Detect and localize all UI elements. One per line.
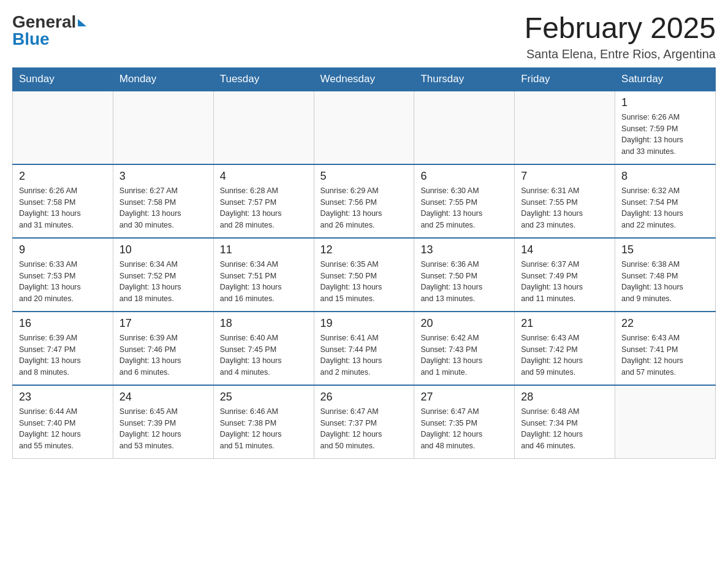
day-number: 10 xyxy=(119,243,207,256)
month-title: February 2025 xyxy=(525,12,716,45)
week-row-2: 2Sunrise: 6:26 AM Sunset: 7:58 PM Daylig… xyxy=(13,164,716,238)
calendar-cell: 10Sunrise: 6:34 AM Sunset: 7:52 PM Dayli… xyxy=(113,238,213,312)
calendar-cell: 6Sunrise: 6:30 AM Sunset: 7:55 PM Daylig… xyxy=(414,164,515,238)
week-row-5: 23Sunrise: 6:44 AM Sunset: 7:40 PM Dayli… xyxy=(13,385,716,459)
day-info: Sunrise: 6:40 AM Sunset: 7:45 PM Dayligh… xyxy=(220,332,308,378)
day-info: Sunrise: 6:36 AM Sunset: 7:50 PM Dayligh… xyxy=(420,259,508,305)
day-number: 14 xyxy=(521,243,609,256)
calendar-cell: 14Sunrise: 6:37 AM Sunset: 7:49 PM Dayli… xyxy=(515,238,615,312)
week-row-3: 9Sunrise: 6:33 AM Sunset: 7:53 PM Daylig… xyxy=(13,238,716,312)
day-number: 3 xyxy=(119,170,207,183)
day-info: Sunrise: 6:28 AM Sunset: 7:57 PM Dayligh… xyxy=(220,185,308,231)
weekday-header-row: SundayMondayTuesdayWednesdayThursdayFrid… xyxy=(13,67,716,91)
calendar-cell: 22Sunrise: 6:43 AM Sunset: 7:41 PM Dayli… xyxy=(615,312,716,385)
calendar-cell: 21Sunrise: 6:43 AM Sunset: 7:42 PM Dayli… xyxy=(515,312,615,385)
calendar-cell xyxy=(314,91,414,164)
day-number: 4 xyxy=(220,170,308,183)
day-info: Sunrise: 6:45 AM Sunset: 7:39 PM Dayligh… xyxy=(119,406,207,452)
day-number: 7 xyxy=(521,170,609,183)
calendar-cell: 3Sunrise: 6:27 AM Sunset: 7:58 PM Daylig… xyxy=(113,164,213,238)
day-info: Sunrise: 6:34 AM Sunset: 7:52 PM Dayligh… xyxy=(119,259,207,305)
day-info: Sunrise: 6:38 AM Sunset: 7:48 PM Dayligh… xyxy=(621,259,709,305)
calendar-cell: 26Sunrise: 6:47 AM Sunset: 7:37 PM Dayli… xyxy=(314,385,414,459)
calendar-cell: 9Sunrise: 6:33 AM Sunset: 7:53 PM Daylig… xyxy=(13,238,113,312)
day-number: 23 xyxy=(19,391,107,404)
calendar-cell: 27Sunrise: 6:47 AM Sunset: 7:35 PM Dayli… xyxy=(414,385,515,459)
day-info: Sunrise: 6:47 AM Sunset: 7:35 PM Dayligh… xyxy=(420,406,508,452)
day-info: Sunrise: 6:26 AM Sunset: 7:59 PM Dayligh… xyxy=(621,112,709,158)
calendar-cell: 11Sunrise: 6:34 AM Sunset: 7:51 PM Dayli… xyxy=(213,238,314,312)
day-number: 18 xyxy=(220,317,308,330)
day-info: Sunrise: 6:39 AM Sunset: 7:47 PM Dayligh… xyxy=(19,332,107,378)
calendar-cell: 20Sunrise: 6:42 AM Sunset: 7:43 PM Dayli… xyxy=(414,312,515,385)
day-info: Sunrise: 6:42 AM Sunset: 7:43 PM Dayligh… xyxy=(420,332,508,378)
calendar-cell: 25Sunrise: 6:46 AM Sunset: 7:38 PM Dayli… xyxy=(213,385,314,459)
day-number: 21 xyxy=(521,317,609,330)
calendar-cell xyxy=(113,91,213,164)
calendar-table: SundayMondayTuesdayWednesdayThursdayFrid… xyxy=(12,67,716,459)
title-section: February 2025 Santa Elena, Entre Rios, A… xyxy=(525,12,716,61)
day-number: 12 xyxy=(320,243,408,256)
day-info: Sunrise: 6:39 AM Sunset: 7:46 PM Dayligh… xyxy=(119,332,207,378)
day-number: 15 xyxy=(621,243,709,256)
day-info: Sunrise: 6:29 AM Sunset: 7:56 PM Dayligh… xyxy=(320,185,408,231)
day-info: Sunrise: 6:31 AM Sunset: 7:55 PM Dayligh… xyxy=(521,185,609,231)
weekday-header-friday: Friday xyxy=(515,67,615,91)
day-number: 13 xyxy=(420,243,508,256)
weekday-header-wednesday: Wednesday xyxy=(314,67,414,91)
day-number: 26 xyxy=(320,391,408,404)
logo-blue-text: Blue xyxy=(12,29,86,49)
day-info: Sunrise: 6:43 AM Sunset: 7:41 PM Dayligh… xyxy=(621,332,709,378)
day-info: Sunrise: 6:30 AM Sunset: 7:55 PM Dayligh… xyxy=(420,185,508,231)
day-info: Sunrise: 6:41 AM Sunset: 7:44 PM Dayligh… xyxy=(320,332,408,378)
day-number: 16 xyxy=(19,317,107,330)
day-number: 20 xyxy=(420,317,508,330)
day-info: Sunrise: 6:43 AM Sunset: 7:42 PM Dayligh… xyxy=(521,332,609,378)
day-info: Sunrise: 6:44 AM Sunset: 7:40 PM Dayligh… xyxy=(19,406,107,452)
calendar-cell xyxy=(13,91,113,164)
calendar-cell xyxy=(615,385,716,459)
calendar-cell: 8Sunrise: 6:32 AM Sunset: 7:54 PM Daylig… xyxy=(615,164,716,238)
page-header: General Blue February 2025 Santa Elena, … xyxy=(12,12,716,61)
week-row-1: 1Sunrise: 6:26 AM Sunset: 7:59 PM Daylig… xyxy=(13,91,716,164)
weekday-header-thursday: Thursday xyxy=(414,67,515,91)
calendar-cell: 1Sunrise: 6:26 AM Sunset: 7:59 PM Daylig… xyxy=(615,91,716,164)
calendar-cell: 4Sunrise: 6:28 AM Sunset: 7:57 PM Daylig… xyxy=(213,164,314,238)
calendar-cell: 7Sunrise: 6:31 AM Sunset: 7:55 PM Daylig… xyxy=(515,164,615,238)
day-number: 25 xyxy=(220,391,308,404)
day-number: 22 xyxy=(621,317,709,330)
day-info: Sunrise: 6:33 AM Sunset: 7:53 PM Dayligh… xyxy=(19,259,107,305)
day-number: 5 xyxy=(320,170,408,183)
calendar-cell: 12Sunrise: 6:35 AM Sunset: 7:50 PM Dayli… xyxy=(314,238,414,312)
calendar-cell: 28Sunrise: 6:48 AM Sunset: 7:34 PM Dayli… xyxy=(515,385,615,459)
day-number: 17 xyxy=(119,317,207,330)
weekday-header-sunday: Sunday xyxy=(13,67,113,91)
day-number: 19 xyxy=(320,317,408,330)
day-number: 8 xyxy=(621,170,709,183)
logo: General Blue xyxy=(12,12,86,49)
day-info: Sunrise: 6:37 AM Sunset: 7:49 PM Dayligh… xyxy=(521,259,609,305)
calendar-cell: 2Sunrise: 6:26 AM Sunset: 7:58 PM Daylig… xyxy=(13,164,113,238)
weekday-header-saturday: Saturday xyxy=(615,67,716,91)
day-number: 28 xyxy=(521,391,609,404)
calendar-cell: 24Sunrise: 6:45 AM Sunset: 7:39 PM Dayli… xyxy=(113,385,213,459)
day-number: 2 xyxy=(19,170,107,183)
weekday-header-monday: Monday xyxy=(113,67,213,91)
day-info: Sunrise: 6:35 AM Sunset: 7:50 PM Dayligh… xyxy=(320,259,408,305)
day-info: Sunrise: 6:48 AM Sunset: 7:34 PM Dayligh… xyxy=(521,406,609,452)
day-number: 1 xyxy=(621,96,709,109)
day-number: 6 xyxy=(420,170,508,183)
day-info: Sunrise: 6:26 AM Sunset: 7:58 PM Dayligh… xyxy=(19,185,107,231)
calendar-cell: 23Sunrise: 6:44 AM Sunset: 7:40 PM Dayli… xyxy=(13,385,113,459)
day-info: Sunrise: 6:46 AM Sunset: 7:38 PM Dayligh… xyxy=(220,406,308,452)
calendar-cell: 15Sunrise: 6:38 AM Sunset: 7:48 PM Dayli… xyxy=(615,238,716,312)
logo-arrow-icon xyxy=(78,19,86,26)
day-info: Sunrise: 6:32 AM Sunset: 7:54 PM Dayligh… xyxy=(621,185,709,231)
day-info: Sunrise: 6:47 AM Sunset: 7:37 PM Dayligh… xyxy=(320,406,408,452)
calendar-cell xyxy=(414,91,515,164)
calendar-cell: 17Sunrise: 6:39 AM Sunset: 7:46 PM Dayli… xyxy=(113,312,213,385)
calendar-cell: 13Sunrise: 6:36 AM Sunset: 7:50 PM Dayli… xyxy=(414,238,515,312)
day-info: Sunrise: 6:27 AM Sunset: 7:58 PM Dayligh… xyxy=(119,185,207,231)
calendar-cell: 18Sunrise: 6:40 AM Sunset: 7:45 PM Dayli… xyxy=(213,312,314,385)
calendar-cell: 16Sunrise: 6:39 AM Sunset: 7:47 PM Dayli… xyxy=(13,312,113,385)
